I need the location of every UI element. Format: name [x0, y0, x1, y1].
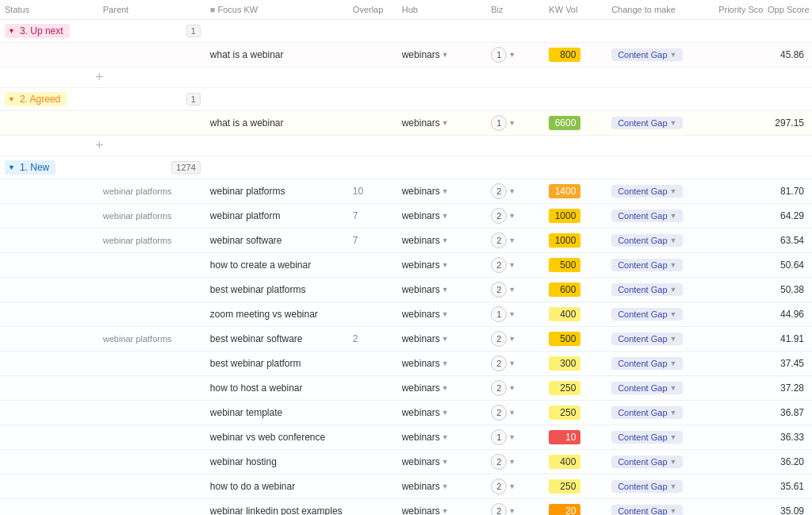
change-badge[interactable]: Content Gap ▼ [611, 117, 683, 129]
add-item-button[interactable]: + [95, 69, 104, 85]
overlap-cell [348, 278, 397, 302]
status-label: 3. Up next [20, 25, 63, 37]
chevron-down-icon: ▼ [442, 458, 449, 466]
change-badge[interactable]: Content Gap ▼ [611, 283, 683, 296]
add-item-button[interactable]: + [95, 137, 104, 153]
add-row-upnext[interactable]: + [0, 67, 812, 88]
table-row: webinar platformswebinar platforms10webi… [0, 179, 812, 204]
hub-select[interactable]: webinars ▼ [402, 186, 449, 197]
hub-select[interactable]: webinars ▼ [402, 235, 449, 246]
priority-score-cell [714, 352, 763, 376]
opp-score-cell: 37.28 [763, 376, 812, 401]
triangle-icon: ▼ [8, 95, 15, 103]
table-row: webinar linkedin post exampleswebinars ▼… [0, 499, 812, 516]
overlap-cell [348, 425, 397, 450]
biz-chevron-icon: ▼ [508, 310, 515, 318]
biz-cell: 2 ▼ [491, 380, 515, 396]
hub-select[interactable]: webinars ▼ [402, 382, 449, 394]
change-badge[interactable]: Content Gap ▼ [611, 209, 683, 222]
kwvol-cell: 300 [549, 356, 580, 371]
chevron-down-icon: ▼ [442, 359, 449, 367]
table-row: webinar templatewebinars ▼ 2 ▼ 250Conten… [0, 401, 812, 425]
biz-chevron-icon: ▼ [508, 359, 515, 367]
hub-select[interactable]: webinars ▼ [402, 432, 449, 443]
hub-select[interactable]: webinars ▼ [402, 117, 449, 129]
biz-cell: 2 ▼ [491, 405, 515, 421]
change-badge[interactable]: Content Gap ▼ [611, 431, 683, 444]
focus-kw-cell: best webinar platforms [210, 284, 306, 295]
biz-badge: 2 [491, 257, 507, 273]
hub-select[interactable]: webinars ▼ [402, 505, 449, 515]
hub-select[interactable]: webinars ▼ [402, 210, 449, 221]
change-chevron-icon: ▼ [670, 482, 677, 490]
main-table-container: Status Parent ■ Focus KW Overlap Hub Biz… [0, 0, 812, 515]
hub-select[interactable]: webinars ▼ [402, 481, 449, 492]
change-badge[interactable]: Content Gap ▼ [611, 259, 683, 271]
change-badge[interactable]: Content Gap ▼ [611, 382, 683, 394]
section-count: 1 [186, 25, 201, 37]
biz-cell: 2 ▼ [491, 208, 515, 224]
hub-select[interactable]: webinars ▼ [402, 49, 449, 60]
kwvol-cell: 400 [549, 455, 580, 469]
overlap-cell [348, 475, 397, 499]
section-count: 1274 [171, 161, 200, 174]
opp-score-cell: 50.38 [763, 278, 812, 302]
change-badge[interactable]: Content Gap ▼ [611, 234, 683, 247]
section-header-upnext: ▼ 3. Up next 1 [0, 20, 812, 43]
kwvol-cell: 250 [549, 479, 580, 494]
opp-score-cell: 37.45 [763, 352, 812, 376]
priority-score-cell [714, 111, 763, 136]
section-header-new: ▼ 1. New 1274 [0, 156, 812, 179]
kwvol-cell: 800 [549, 48, 580, 62]
biz-chevron-icon: ▼ [508, 458, 515, 466]
chevron-down-icon: ▼ [442, 507, 449, 515]
hub-select[interactable]: webinars ▼ [402, 456, 449, 467]
focus-kw-cell: webinar software [210, 235, 282, 246]
biz-cell: 1 ▼ [491, 47, 515, 63]
col-header-hub: Hub [397, 0, 487, 20]
hub-select[interactable]: webinars ▼ [402, 284, 449, 295]
triangle-icon: ▼ [8, 27, 15, 35]
status-badge-new[interactable]: ▼ 1. New [5, 160, 56, 175]
change-badge[interactable]: Content Gap ▼ [611, 332, 683, 345]
biz-cell: 1 ▼ [491, 306, 515, 322]
opp-score-cell: 36.20 [763, 450, 812, 475]
change-badge[interactable]: Content Gap ▼ [611, 357, 683, 370]
hub-select[interactable]: webinars ▼ [402, 309, 449, 320]
biz-chevron-icon: ▼ [508, 433, 515, 441]
status-badge-agreed[interactable]: ▼ 2. Agreed [5, 92, 67, 106]
chevron-down-icon: ▼ [442, 212, 449, 220]
focus-kw-cell: what is a webinar [210, 117, 284, 129]
hub-select[interactable]: webinars ▼ [402, 333, 449, 344]
biz-cell: 1 ▼ [491, 429, 515, 445]
priority-score-cell [714, 376, 763, 401]
change-badge[interactable]: Content Gap ▼ [611, 48, 683, 61]
biz-cell: 2 ▼ [491, 454, 515, 470]
change-chevron-icon: ▼ [670, 335, 677, 343]
hub-select[interactable]: webinars ▼ [402, 358, 449, 369]
change-badge[interactable]: Content Gap ▼ [611, 505, 683, 515]
overlap-cell: 2 [348, 327, 397, 352]
add-row-agreed[interactable]: + [0, 136, 812, 156]
biz-chevron-icon: ▼ [508, 261, 515, 269]
change-badge[interactable]: Content Gap ▼ [611, 406, 683, 419]
overlap-cell [348, 499, 397, 516]
change-badge[interactable]: Content Gap ▼ [611, 308, 683, 321]
overlap-cell [348, 450, 397, 475]
change-badge[interactable]: Content Gap ▼ [611, 480, 683, 493]
hub-select[interactable]: webinars ▼ [402, 407, 449, 418]
biz-chevron-icon: ▼ [508, 187, 515, 195]
biz-chevron-icon: ▼ [508, 335, 515, 343]
hub-select[interactable]: webinars ▼ [402, 259, 449, 271]
opp-score-cell: 50.64 [763, 253, 812, 278]
focus-kw-cell: best webinar platform [210, 358, 301, 369]
change-badge[interactable]: Content Gap ▼ [611, 185, 683, 198]
opp-score-cell: 45.86 [763, 43, 812, 67]
biz-chevron-icon: ▼ [508, 409, 515, 417]
col-header-status: Status [0, 0, 98, 20]
section-header-agreed: ▼ 2. Agreed 1 [0, 88, 812, 111]
col-header-biz: Biz [486, 0, 544, 20]
change-badge[interactable]: Content Gap ▼ [611, 455, 683, 468]
table-row: how to create a webinarwebinars ▼ 2 ▼ 50… [0, 253, 812, 278]
status-badge-upnext[interactable]: ▼ 3. Up next [5, 24, 70, 38]
